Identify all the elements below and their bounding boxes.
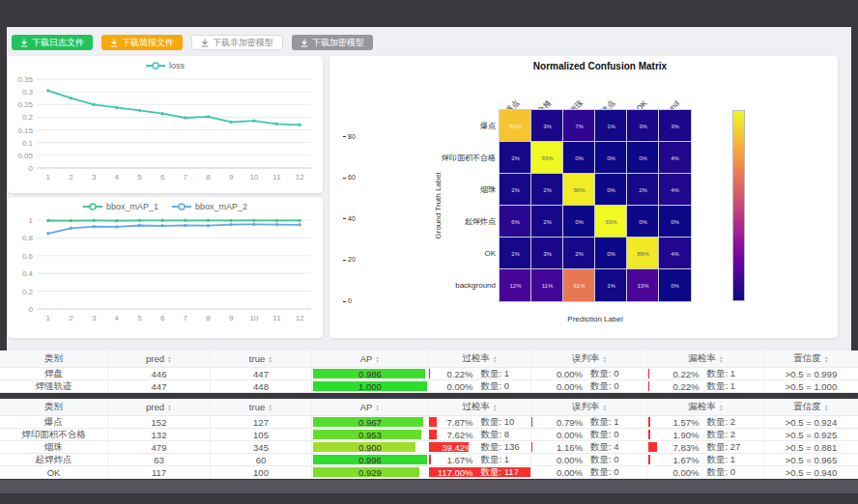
ap-value: 0.967	[313, 417, 427, 427]
misjudge-rate-cell: 0.00%数量: 0	[531, 454, 648, 465]
matrix-cell-r5c2: 61%	[563, 269, 595, 301]
svg-text:10: 10	[249, 173, 258, 182]
loss-chart-card: loss 00.050.10.150.20.250.30.35123456789…	[8, 56, 323, 193]
col-header-误判率[interactable]: 误判率▲▼	[531, 350, 648, 367]
ap-cell: 1.000	[312, 380, 429, 392]
sort-icon[interactable]: ▲▼	[493, 355, 498, 363]
matrix-cell-r0c3: 1%	[595, 110, 627, 142]
miss-rate-cell: 0.00%数量: 0	[648, 466, 764, 478]
overkill-rate-percent: 0.00%	[429, 381, 473, 392]
misjudge-rate-text: 1.16%数量: 4	[538, 441, 641, 453]
svg-text:8: 8	[206, 173, 211, 182]
col-header-true[interactable]: true▲▼	[211, 399, 312, 415]
download-button-3[interactable]: 下载非加密模型	[191, 35, 283, 50]
col-header-漏检率[interactable]: 漏检率▲▼	[648, 350, 764, 367]
sort-icon[interactable]: ▲▼	[167, 355, 172, 363]
legend-item-loss[interactable]: loss	[146, 61, 185, 70]
download-button-label: 下载非加密模型	[213, 37, 273, 49]
svg-text:6: 6	[160, 173, 165, 182]
misjudge-rate-text: 0.00%数量: 0	[538, 380, 641, 392]
overkill-rate-percent: 1.67%	[429, 455, 473, 465]
svg-text:9: 9	[229, 173, 234, 182]
sort-icon[interactable]: ▲▼	[824, 404, 829, 411]
col-header-label: 漏检率	[688, 352, 716, 365]
col-header-过检率[interactable]: 过检率▲▼	[429, 350, 531, 367]
misjudge-rate-percent: 0.00%	[538, 369, 583, 379]
overkill-rate-count: 数量: 1	[481, 454, 531, 465]
col-header-pred[interactable]: pred▲▼	[108, 350, 211, 367]
col-header-label: 漏检率	[688, 401, 716, 413]
overkill-rate-text: 7.62%数量: 8	[429, 429, 531, 440]
misjudge-rate-text: 0.00%数量: 0	[538, 466, 641, 478]
col-header-置信度[interactable]: 置信度▲▼	[764, 350, 858, 367]
svg-text:11: 11	[272, 314, 281, 322]
misjudge-rate-cell: 0.00%数量: 0	[531, 380, 648, 392]
miss-rate-text: 1.57%数量: 2	[655, 416, 758, 428]
col-header-误判率[interactable]: 误判率▲▼	[531, 399, 648, 415]
sort-icon[interactable]: ▲▼	[824, 355, 829, 363]
misjudge-rate-cell: 0.00%数量: 0	[531, 368, 648, 379]
download-icon	[110, 39, 118, 47]
svg-text:0.25: 0.25	[17, 100, 33, 109]
download-toolbar: 下载日志文件下载简报文件下载非加密模型下载加密模型	[12, 35, 373, 50]
miss-rate-cell: 1.67%数量: 1	[648, 454, 764, 465]
miss-rate-text: 1.67%数量: 1	[655, 454, 758, 465]
miss-rate-text: 0.00%数量: 0	[655, 466, 758, 478]
ap-value: 0.986	[313, 369, 427, 378]
true-cell: 345	[211, 441, 312, 453]
matrix-cell-r1c2: 0%	[563, 142, 595, 174]
download-button-2[interactable]: 下载简报文件	[101, 35, 183, 50]
miss-rate-count: 数量: 27	[707, 441, 758, 453]
svg-text:1: 1	[29, 216, 34, 225]
confusion-matrix-xlabel: Prediction Label	[500, 315, 691, 323]
miss-rate-count: 数量: 2	[707, 429, 758, 440]
legend-item-bbox_mAP_2[interactable]: bbox_mAP_2	[172, 202, 247, 211]
sort-icon[interactable]: ▲▼	[167, 404, 172, 411]
download-button-4[interactable]: 下载加密模型	[292, 35, 373, 50]
svg-text:11: 11	[272, 173, 281, 182]
matrix-cell-r0c0: 81%	[500, 110, 531, 142]
svg-text:0.3: 0.3	[22, 88, 34, 97]
svg-text:5: 5	[137, 314, 142, 322]
misjudge-rate-cell: 0.79%数量: 1	[531, 416, 648, 428]
sort-icon[interactable]: ▲▼	[268, 355, 272, 363]
matrix-cell-r3c4: 0%	[627, 206, 659, 238]
sort-icon[interactable]: ▲▼	[268, 404, 272, 411]
sort-icon[interactable]: ▲▼	[493, 404, 498, 411]
sort-icon[interactable]: ▲▼	[719, 404, 724, 411]
svg-text:0.6: 0.6	[22, 252, 34, 261]
overkill-rate-count: 数量: 0	[481, 380, 531, 392]
misjudge-rate-text: 0.00%数量: 0	[538, 429, 641, 440]
sort-icon[interactable]: ▲▼	[375, 355, 380, 363]
col-header-过检率[interactable]: 过检率▲▼	[429, 399, 531, 415]
legend-label: bbox_mAP_2	[195, 202, 247, 211]
download-button-1[interactable]: 下载日志文件	[12, 35, 93, 50]
svg-text:3: 3	[92, 314, 97, 322]
miss-rate-cell: 1.90%数量: 2	[648, 429, 764, 440]
download-icon	[20, 39, 28, 47]
col-header-置信度[interactable]: 置信度▲▼	[764, 399, 858, 415]
misjudge-rate-count: 数量: 0	[590, 466, 641, 478]
bottom-edge	[0, 493, 858, 504]
metrics-table-2: 类别pred▲▼true▲▼AP▲▼过检率▲▼误判率▲▼漏检率▲▼置信度▲▼爆点…	[0, 399, 858, 479]
misjudge-rate-cell: 0.00%数量: 0	[531, 466, 648, 478]
col-header-pred[interactable]: pred▲▼	[108, 399, 211, 415]
table-row: 烟珠4793450.90039.42%数量: 1361.16%数量: 47.83…	[0, 441, 858, 454]
loss-chart-legend: loss	[8, 61, 323, 70]
col-header-true[interactable]: true▲▼	[211, 350, 312, 367]
sort-icon[interactable]: ▲▼	[602, 355, 607, 363]
cm-row-label-OK: OK	[329, 238, 496, 269]
sort-icon[interactable]: ▲▼	[719, 355, 724, 363]
matrix-cell-r0c2: 7%	[563, 110, 595, 142]
col-header-漏检率[interactable]: 漏检率▲▼	[648, 399, 764, 415]
sort-icon[interactable]: ▲▼	[602, 404, 607, 411]
col-header-AP[interactable]: AP▲▼	[312, 399, 429, 415]
sort-icon[interactable]: ▲▼	[375, 404, 380, 411]
col-header-label: 置信度	[793, 401, 821, 413]
col-header-label: 类别	[44, 401, 63, 413]
col-header-AP[interactable]: AP▲▼	[312, 350, 429, 367]
legend-item-bbox_mAP_1[interactable]: bbox_mAP_1	[83, 202, 158, 211]
col-header-label: 误判率	[572, 401, 600, 413]
overkill-rate-text: 0.00%数量: 0	[429, 380, 531, 392]
pred-cell: 63	[108, 454, 211, 465]
